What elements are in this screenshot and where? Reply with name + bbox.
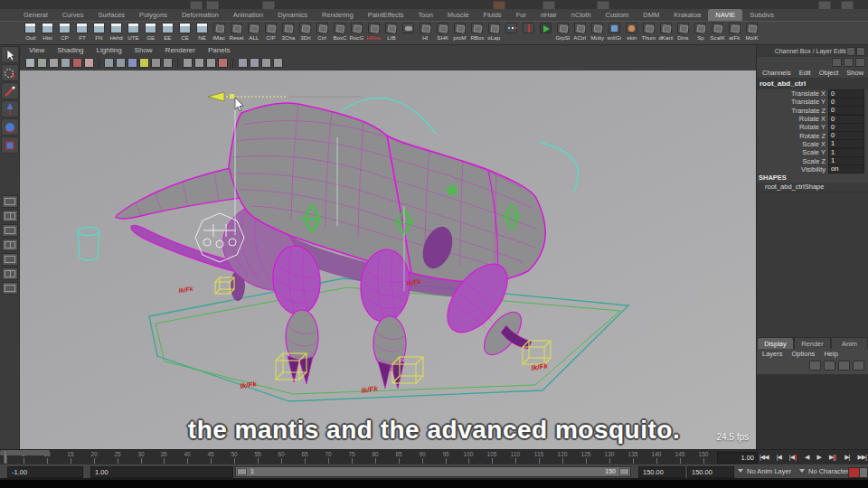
- layer-menu-options[interactable]: Options: [792, 350, 816, 358]
- hyperbolic-icon[interactable]: [855, 58, 865, 67]
- panel-menu-panels[interactable]: Panels: [208, 46, 230, 54]
- channel-box-menu-show[interactable]: Show: [846, 69, 863, 77]
- scale-tool[interactable]: [1, 136, 19, 154]
- shelf-tab-animation[interactable]: Animation: [226, 9, 270, 21]
- panel-dock-icon[interactable]: [846, 47, 855, 56]
- shelf-tab-custom[interactable]: Custom: [599, 9, 637, 21]
- playback-start-field[interactable]: 1.00: [90, 466, 233, 478]
- character-set-dropdown-icon[interactable]: [799, 469, 805, 473]
- shelf-tab-rendering[interactable]: Rendering: [315, 9, 361, 21]
- shelf-tab-polygons[interactable]: Polygons: [132, 9, 175, 21]
- shelf-button-hi[interactable]: HI: [417, 23, 434, 41]
- shelf-button-rbox[interactable]: RBox: [468, 23, 486, 41]
- shelf-tab-subdivs[interactable]: Subdivs: [742, 9, 781, 21]
- rotate-tool[interactable]: [1, 118, 19, 136]
- depth-of-field-icon[interactable]: [206, 58, 216, 68]
- play-forwards-button[interactable]: ▶: [817, 454, 821, 461]
- shelf-button-scaik[interactable]: ScaIK: [709, 23, 726, 41]
- layer-up-icon[interactable]: [838, 361, 850, 371]
- layer-tab-render[interactable]: Render: [794, 337, 831, 349]
- layer-menu-help[interactable]: Help: [824, 350, 837, 358]
- shape-node-name[interactable]: root_abd_ctrlShape: [757, 183, 868, 192]
- step-forward-frame-button[interactable]: ▶|: [844, 454, 849, 461]
- shelf-button-aifk[interactable]: aIFk: [726, 23, 743, 41]
- manipulator-handle[interactable]: [230, 94, 234, 99]
- new-empty-layer-icon[interactable]: [824, 361, 835, 371]
- shelf-tab-krakatoa[interactable]: Krakatoa: [666, 9, 708, 21]
- panel-menu-show[interactable]: Show: [135, 46, 153, 54]
- animation-preferences-icon[interactable]: [859, 467, 868, 478]
- animation-start-field[interactable]: -1.00: [7, 466, 83, 478]
- play-backwards-button[interactable]: ◀: [805, 454, 808, 461]
- shelf-button-olap[interactable]: oLap: [486, 23, 503, 41]
- camera-attributes-icon[interactable]: [37, 58, 47, 68]
- two-pane-side-layout[interactable]: [2, 224, 18, 237]
- shelf-button-3cha[interactable]: 3Cha: [279, 23, 297, 41]
- shelf-button-icon-28[interactable]: [503, 23, 520, 34]
- shelf-button-boxc[interactable]: BoxC: [331, 23, 348, 41]
- layer-tab-anim[interactable]: Anim: [831, 337, 868, 349]
- shelf-button-grpsl[interactable]: GrpSl: [554, 23, 571, 41]
- shelf-button-all[interactable]: ALL: [245, 23, 262, 41]
- range-start-handle[interactable]: [237, 468, 247, 475]
- shelf-button-reset[interactable]: Reset: [228, 23, 245, 41]
- shelf-tab-surfaces[interactable]: Surfaces: [90, 9, 132, 21]
- gamma-icon[interactable]: [273, 58, 283, 68]
- select-camera-icon[interactable]: [25, 58, 35, 68]
- shelf-button-c-p[interactable]: C/P: [262, 23, 279, 41]
- shelf-button-snligi[interactable]: snliGi: [606, 23, 623, 41]
- channel-box-menu-channels[interactable]: Channels: [762, 69, 791, 77]
- manip-mode-icon[interactable]: [832, 58, 842, 67]
- shelf-button-prom[interactable]: proM: [451, 23, 468, 41]
- xray-icon[interactable]: [238, 58, 248, 68]
- shelf-button-multy[interactable]: Multy: [589, 23, 606, 41]
- mantis-model[interactable]: [116, 103, 545, 389]
- playhead-block[interactable]: [0, 450, 50, 455]
- shelf-button-thum[interactable]: Thum: [640, 23, 657, 41]
- shelf-button-shk[interactable]: SHK: [434, 23, 451, 41]
- anim-layer-dropdown-icon[interactable]: [738, 469, 743, 473]
- shelf-tab-painteffects[interactable]: PaintEffects: [361, 9, 411, 21]
- select-tool[interactable]: [1, 46, 19, 63]
- textured-icon[interactable]: [127, 58, 137, 68]
- panel-menu-renderer[interactable]: Renderer: [165, 46, 195, 54]
- lasso-select-tool[interactable]: [1, 64, 19, 81]
- single-pane-layout[interactable]: [2, 195, 18, 208]
- shelf-button-tmac[interactable]: tMac: [211, 23, 228, 41]
- shelf-button-ctrl[interactable]: Ctrl: [314, 23, 331, 41]
- shelf-button-hres[interactable]: HRes: [365, 23, 382, 41]
- shelf-button-rocg[interactable]: RocG: [348, 23, 365, 41]
- exposure-icon[interactable]: [261, 58, 271, 68]
- smooth-shade-icon[interactable]: [116, 58, 126, 68]
- shelf-button-icon-22[interactable]: [400, 23, 417, 34]
- shelf-button-ce[interactable]: CE: [176, 23, 193, 41]
- anim-layer-selector[interactable]: No Anim Layer: [747, 467, 791, 475]
- motion-blur-icon[interactable]: [183, 58, 193, 68]
- panel-menu-lighting[interactable]: Lighting: [97, 46, 122, 54]
- shelf-button-actrl[interactable]: ACtrl: [571, 23, 589, 41]
- shelf-button-fn[interactable]: FN: [90, 23, 108, 41]
- use-all-lights-icon[interactable]: [139, 58, 149, 68]
- playhead[interactable]: [4, 450, 7, 464]
- animation-end-field[interactable]: 150.00: [687, 466, 734, 478]
- step-forward-key-button[interactable]: ▶|: [829, 454, 836, 461]
- shelf-tab-toon[interactable]: Toon: [411, 9, 440, 21]
- shelf-button-cp[interactable]: CP: [56, 23, 73, 41]
- persp-graph-layout[interactable]: [2, 282, 18, 295]
- two-pane-stacked-layout[interactable]: [2, 239, 18, 251]
- shelf-button-moik[interactable]: MoIK: [743, 23, 760, 41]
- shelf-button-3dri[interactable]: 3Dri: [297, 23, 314, 41]
- multisample-aa-icon[interactable]: [194, 58, 204, 68]
- shelf-button-ute[interactable]: UTE: [125, 23, 142, 41]
- move-tool[interactable]: [1, 100, 19, 117]
- shelf-tab-dmm[interactable]: DMM: [636, 9, 666, 21]
- shelf-button-lib[interactable]: LIB: [382, 23, 400, 41]
- shelf-button-sp[interactable]: Sp: [692, 23, 709, 41]
- shelf-button-ge[interactable]: GE: [142, 23, 159, 41]
- joint-xray-icon[interactable]: [250, 58, 259, 68]
- go-to-end-button[interactable]: ▶▶|: [857, 454, 866, 461]
- grease-pencil-icon[interactable]: [84, 58, 94, 68]
- new-layer-icon[interactable]: [809, 361, 821, 371]
- outliner-persp-layout[interactable]: [2, 267, 18, 280]
- step-back-key-button[interactable]: |◀: [789, 454, 797, 461]
